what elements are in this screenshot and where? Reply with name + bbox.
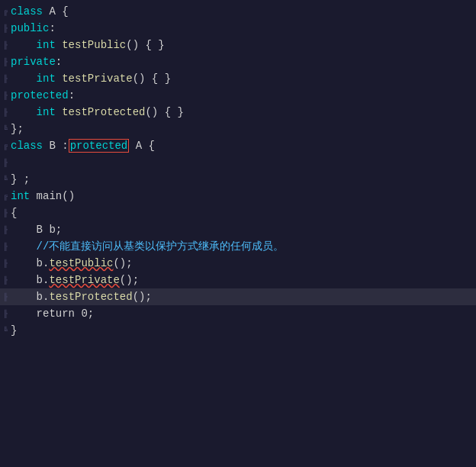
code-token: : — [49, 22, 55, 34]
line-indicator: ╚ — [3, 327, 9, 335]
line-indicator: ╟ — [3, 243, 9, 251]
code-token: testPrivate — [62, 72, 132, 85]
code-content: //不能直接访问从基类以保护方式继承的任何成员。 — [11, 238, 470, 255]
line-indicator: ╟ — [3, 209, 9, 217]
code-token: (); — [133, 291, 152, 303]
code-line: ╔int main() — [0, 188, 476, 205]
code-token: b. — [11, 291, 49, 303]
code-token: private — [11, 56, 56, 68]
code-line: ╟ b.testProtected(); — [0, 288, 476, 305]
code-line: ╚} ; — [0, 171, 476, 188]
code-content: int testPrivate() { } — [11, 70, 470, 87]
line-indicator: ╟ — [3, 293, 9, 301]
code-line: ╟ b.testPrivate(); — [0, 272, 476, 288]
code-content: { — [11, 205, 470, 221]
code-token: { — [11, 207, 17, 219]
code-content: int main() — [11, 188, 470, 205]
line-indicator: ╟ — [3, 108, 9, 117]
code-token: (); — [120, 274, 139, 286]
code-content: return 0; — [11, 305, 470, 322]
code-line: ╚} — [0, 322, 476, 339]
code-token: int — [11, 106, 62, 118]
code-token: : — [69, 89, 75, 101]
code-line: ╟private: — [0, 53, 476, 70]
code-content: b.testPrivate(); — [11, 272, 470, 288]
code-line: ╟protected: — [0, 87, 476, 104]
code-content: } ; — [11, 171, 470, 188]
code-content: }; — [11, 121, 470, 137]
code-token: testPublic — [62, 39, 126, 51]
code-line: ╟ return 0; — [0, 305, 476, 322]
code-line: ╟ //不能直接访问从基类以保护方式继承的任何成员。 — [0, 238, 476, 255]
line-indicator: ╟ — [3, 226, 9, 234]
code-token: : — [56, 56, 62, 68]
line-indicator: ╟ — [3, 276, 9, 285]
line-indicator: ╚ — [3, 125, 9, 134]
code-content: public: — [11, 20, 470, 37]
code-token: int — [11, 72, 62, 85]
code-token: int — [11, 39, 62, 51]
code-token: testPrivate — [49, 274, 119, 286]
code-line: ╟ int testPrivate() { } — [0, 70, 476, 87]
code-line: ╟ — [0, 154, 476, 171]
code-token: protected — [11, 89, 69, 101]
code-line: ╟ b.testPublic(); — [0, 255, 476, 272]
code-token: main() — [30, 190, 75, 202]
code-content: int testPublic() { } — [11, 37, 470, 53]
code-line: ╟ B b; — [0, 221, 476, 238]
code-token: return 0; — [11, 308, 94, 320]
code-content: private: — [11, 53, 470, 70]
code-token: b. — [11, 257, 49, 269]
code-content: } — [11, 322, 470, 339]
code-token: (); — [113, 257, 132, 269]
code-line: ╚}; — [0, 121, 476, 137]
code-token: testProtected — [49, 291, 132, 303]
code-token: b. — [11, 274, 49, 286]
line-indicator: ╟ — [3, 58, 9, 66]
code-token: testPublic — [49, 257, 113, 269]
code-token: testProtected — [62, 106, 145, 118]
code-content: B b; — [11, 221, 470, 238]
line-indicator: ╟ — [3, 159, 9, 167]
code-token: () { } — [126, 39, 164, 51]
code-content: class B :protected A { — [11, 137, 470, 154]
code-line: ╟ int testProtected() { } — [0, 104, 476, 121]
code-content: b.testPublic(); — [11, 255, 470, 272]
code-token: int — [11, 190, 30, 202]
code-token: public — [11, 22, 49, 34]
code-token: class — [11, 5, 43, 18]
code-token: protected — [69, 139, 130, 153]
code-line: ╟{ — [0, 205, 476, 221]
code-token: () { } — [145, 106, 183, 118]
code-editor: ╔class A {╟public:╟ int testPublic() { }… — [0, 0, 476, 467]
code-line: ╟ int testPublic() { } — [0, 37, 476, 53]
code-token: } ; — [11, 173, 30, 185]
line-indicator: ╔ — [3, 192, 9, 201]
code-token: class — [11, 140, 43, 152]
code-token: //不能直接访问从基类以保护方式继承的任何成员。 — [11, 240, 284, 253]
code-line: ╔class B :protected A { — [0, 137, 476, 154]
code-content: class A { — [11, 3, 470, 20]
code-content: b.testProtected(); — [11, 288, 470, 305]
code-token: A { — [43, 5, 69, 18]
code-content: protected: — [11, 87, 470, 104]
code-token: B b; — [11, 224, 62, 236]
code-token: } — [11, 324, 17, 337]
line-indicator: ╔ — [3, 142, 9, 150]
line-indicator: ╟ — [3, 41, 9, 50]
code-token: B : — [43, 140, 69, 152]
code-token: () { } — [133, 72, 171, 85]
line-indicator: ╟ — [3, 75, 9, 83]
line-indicator: ╚ — [3, 176, 9, 184]
line-indicator: ╟ — [3, 259, 9, 268]
line-indicator: ╔ — [3, 8, 9, 16]
line-indicator: ╟ — [3, 310, 9, 318]
code-line: ╟public: — [0, 20, 476, 37]
code-line: ╔class A { — [0, 3, 476, 20]
code-content: int testProtected() { } — [11, 104, 470, 121]
line-indicator: ╟ — [3, 92, 9, 100]
code-token: A { — [129, 140, 155, 152]
line-indicator: ╟ — [3, 24, 9, 33]
code-token: }; — [11, 123, 24, 135]
